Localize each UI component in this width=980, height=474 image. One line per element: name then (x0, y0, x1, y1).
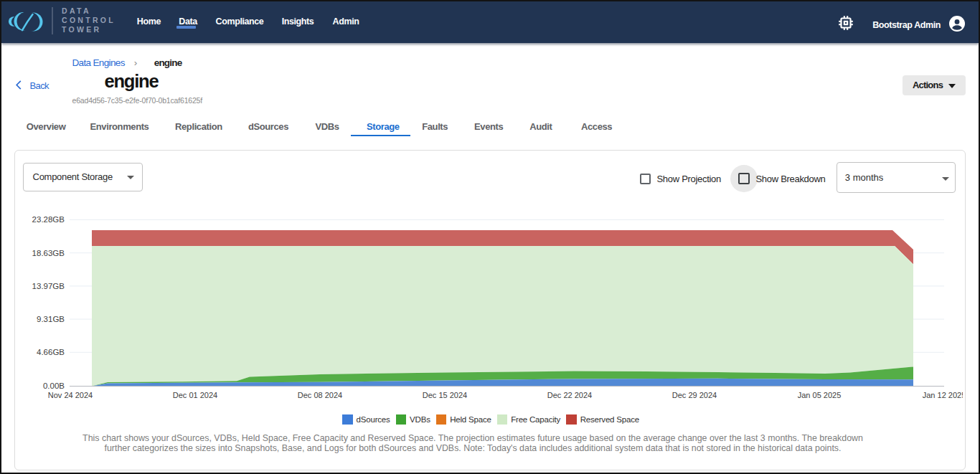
svg-text:23.28GB: 23.28GB (32, 215, 65, 224)
svg-text:Dec 22 2024: Dec 22 2024 (547, 391, 592, 399)
svg-text:Jan 12 2025: Jan 12 2025 (923, 391, 963, 399)
svg-text:4.66GB: 4.66GB (37, 348, 65, 356)
svg-text:Dec 08 2024: Dec 08 2024 (298, 391, 342, 399)
svg-text:Dec 01 2024: Dec 01 2024 (173, 391, 217, 399)
svg-text:18.63GB: 18.63GB (32, 249, 65, 257)
svg-text:9.31GB: 9.31GB (37, 315, 65, 323)
svg-text:13.97GB: 13.97GB (32, 282, 65, 290)
svg-text:Dec 29 2024: Dec 29 2024 (672, 391, 717, 399)
svg-text:0.00B: 0.00B (43, 381, 65, 390)
svg-text:Jan 05 2025: Jan 05 2025 (798, 391, 842, 399)
svg-text:Dec 15 2024: Dec 15 2024 (423, 391, 467, 399)
svg-text:Nov 24 2024: Nov 24 2024 (48, 391, 93, 399)
